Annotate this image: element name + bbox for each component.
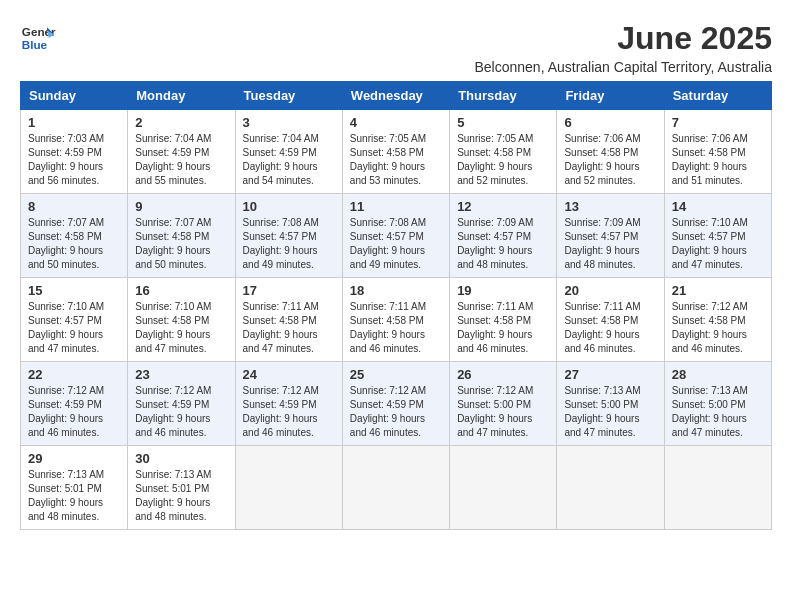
calendar-week-row: 22Sunrise: 7:12 AMSunset: 4:59 PMDayligh… — [21, 362, 772, 446]
day-info: Sunrise: 7:05 AMSunset: 4:58 PMDaylight:… — [350, 132, 442, 188]
calendar-week-row: 8Sunrise: 7:07 AMSunset: 4:58 PMDaylight… — [21, 194, 772, 278]
calendar-day-cell: 8Sunrise: 7:07 AMSunset: 4:58 PMDaylight… — [21, 194, 128, 278]
calendar-day-cell — [557, 446, 664, 530]
day-info: Sunrise: 7:04 AMSunset: 4:59 PMDaylight:… — [135, 132, 227, 188]
day-number: 12 — [457, 199, 549, 214]
day-info: Sunrise: 7:13 AMSunset: 5:00 PMDaylight:… — [564, 384, 656, 440]
day-info: Sunrise: 7:12 AMSunset: 4:59 PMDaylight:… — [28, 384, 120, 440]
calendar-day-cell: 10Sunrise: 7:08 AMSunset: 4:57 PMDayligh… — [235, 194, 342, 278]
weekday-header: Saturday — [664, 82, 771, 110]
title-block: June 2025 Belconnen, Australian Capital … — [474, 20, 772, 75]
calendar-day-cell — [235, 446, 342, 530]
day-number: 3 — [243, 115, 335, 130]
day-info: Sunrise: 7:08 AMSunset: 4:57 PMDaylight:… — [350, 216, 442, 272]
day-number: 14 — [672, 199, 764, 214]
day-number: 15 — [28, 283, 120, 298]
calendar-day-cell: 14Sunrise: 7:10 AMSunset: 4:57 PMDayligh… — [664, 194, 771, 278]
day-number: 10 — [243, 199, 335, 214]
day-number: 18 — [350, 283, 442, 298]
day-info: Sunrise: 7:06 AMSunset: 4:58 PMDaylight:… — [672, 132, 764, 188]
day-number: 9 — [135, 199, 227, 214]
calendar-day-cell: 6Sunrise: 7:06 AMSunset: 4:58 PMDaylight… — [557, 110, 664, 194]
calendar-day-cell: 18Sunrise: 7:11 AMSunset: 4:58 PMDayligh… — [342, 278, 449, 362]
location-title: Belconnen, Australian Capital Territory,… — [474, 59, 772, 75]
calendar-day-cell: 19Sunrise: 7:11 AMSunset: 4:58 PMDayligh… — [450, 278, 557, 362]
day-number: 17 — [243, 283, 335, 298]
day-number: 24 — [243, 367, 335, 382]
day-info: Sunrise: 7:11 AMSunset: 4:58 PMDaylight:… — [564, 300, 656, 356]
calendar-day-cell: 28Sunrise: 7:13 AMSunset: 5:00 PMDayligh… — [664, 362, 771, 446]
day-info: Sunrise: 7:10 AMSunset: 4:58 PMDaylight:… — [135, 300, 227, 356]
calendar-day-cell: 22Sunrise: 7:12 AMSunset: 4:59 PMDayligh… — [21, 362, 128, 446]
day-number: 20 — [564, 283, 656, 298]
day-number: 27 — [564, 367, 656, 382]
weekday-header: Tuesday — [235, 82, 342, 110]
calendar-day-cell: 26Sunrise: 7:12 AMSunset: 5:00 PMDayligh… — [450, 362, 557, 446]
weekday-header: Sunday — [21, 82, 128, 110]
day-info: Sunrise: 7:03 AMSunset: 4:59 PMDaylight:… — [28, 132, 120, 188]
day-info: Sunrise: 7:04 AMSunset: 4:59 PMDaylight:… — [243, 132, 335, 188]
day-number: 22 — [28, 367, 120, 382]
day-number: 11 — [350, 199, 442, 214]
calendar-table: SundayMondayTuesdayWednesdayThursdayFrid… — [20, 81, 772, 530]
day-info: Sunrise: 7:05 AMSunset: 4:58 PMDaylight:… — [457, 132, 549, 188]
day-info: Sunrise: 7:12 AMSunset: 4:58 PMDaylight:… — [672, 300, 764, 356]
day-number: 5 — [457, 115, 549, 130]
calendar-day-cell — [664, 446, 771, 530]
day-info: Sunrise: 7:07 AMSunset: 4:58 PMDaylight:… — [28, 216, 120, 272]
calendar-day-cell: 11Sunrise: 7:08 AMSunset: 4:57 PMDayligh… — [342, 194, 449, 278]
day-number: 2 — [135, 115, 227, 130]
day-number: 6 — [564, 115, 656, 130]
day-info: Sunrise: 7:09 AMSunset: 4:57 PMDaylight:… — [564, 216, 656, 272]
day-number: 29 — [28, 451, 120, 466]
calendar-day-cell: 4Sunrise: 7:05 AMSunset: 4:58 PMDaylight… — [342, 110, 449, 194]
calendar-day-cell: 9Sunrise: 7:07 AMSunset: 4:58 PMDaylight… — [128, 194, 235, 278]
day-info: Sunrise: 7:11 AMSunset: 4:58 PMDaylight:… — [243, 300, 335, 356]
day-info: Sunrise: 7:10 AMSunset: 4:57 PMDaylight:… — [28, 300, 120, 356]
day-number: 16 — [135, 283, 227, 298]
day-number: 21 — [672, 283, 764, 298]
day-info: Sunrise: 7:12 AMSunset: 4:59 PMDaylight:… — [243, 384, 335, 440]
logo-icon: General Blue — [20, 20, 56, 56]
day-info: Sunrise: 7:12 AMSunset: 4:59 PMDaylight:… — [350, 384, 442, 440]
day-info: Sunrise: 7:13 AMSunset: 5:00 PMDaylight:… — [672, 384, 764, 440]
weekday-header-row: SundayMondayTuesdayWednesdayThursdayFrid… — [21, 82, 772, 110]
day-number: 8 — [28, 199, 120, 214]
calendar-day-cell: 24Sunrise: 7:12 AMSunset: 4:59 PMDayligh… — [235, 362, 342, 446]
calendar-day-cell: 5Sunrise: 7:05 AMSunset: 4:58 PMDaylight… — [450, 110, 557, 194]
calendar-day-cell: 12Sunrise: 7:09 AMSunset: 4:57 PMDayligh… — [450, 194, 557, 278]
day-info: Sunrise: 7:11 AMSunset: 4:58 PMDaylight:… — [350, 300, 442, 356]
day-info: Sunrise: 7:07 AMSunset: 4:58 PMDaylight:… — [135, 216, 227, 272]
day-number: 28 — [672, 367, 764, 382]
calendar-day-cell: 20Sunrise: 7:11 AMSunset: 4:58 PMDayligh… — [557, 278, 664, 362]
day-info: Sunrise: 7:06 AMSunset: 4:58 PMDaylight:… — [564, 132, 656, 188]
calendar-week-row: 1Sunrise: 7:03 AMSunset: 4:59 PMDaylight… — [21, 110, 772, 194]
calendar-day-cell: 2Sunrise: 7:04 AMSunset: 4:59 PMDaylight… — [128, 110, 235, 194]
day-info: Sunrise: 7:13 AMSunset: 5:01 PMDaylight:… — [135, 468, 227, 524]
day-number: 1 — [28, 115, 120, 130]
weekday-header: Wednesday — [342, 82, 449, 110]
calendar-day-cell: 3Sunrise: 7:04 AMSunset: 4:59 PMDaylight… — [235, 110, 342, 194]
calendar-day-cell: 15Sunrise: 7:10 AMSunset: 4:57 PMDayligh… — [21, 278, 128, 362]
weekday-header: Monday — [128, 82, 235, 110]
day-info: Sunrise: 7:12 AMSunset: 4:59 PMDaylight:… — [135, 384, 227, 440]
weekday-header: Friday — [557, 82, 664, 110]
day-number: 13 — [564, 199, 656, 214]
logo: General Blue — [20, 20, 56, 56]
day-number: 4 — [350, 115, 442, 130]
calendar-week-row: 15Sunrise: 7:10 AMSunset: 4:57 PMDayligh… — [21, 278, 772, 362]
day-info: Sunrise: 7:11 AMSunset: 4:58 PMDaylight:… — [457, 300, 549, 356]
calendar-day-cell: 17Sunrise: 7:11 AMSunset: 4:58 PMDayligh… — [235, 278, 342, 362]
svg-text:Blue: Blue — [22, 38, 48, 51]
calendar-day-cell: 16Sunrise: 7:10 AMSunset: 4:58 PMDayligh… — [128, 278, 235, 362]
day-number: 26 — [457, 367, 549, 382]
day-number: 7 — [672, 115, 764, 130]
calendar-day-cell: 7Sunrise: 7:06 AMSunset: 4:58 PMDaylight… — [664, 110, 771, 194]
day-number: 25 — [350, 367, 442, 382]
calendar-day-cell — [342, 446, 449, 530]
calendar-day-cell: 21Sunrise: 7:12 AMSunset: 4:58 PMDayligh… — [664, 278, 771, 362]
weekday-header: Thursday — [450, 82, 557, 110]
calendar-day-cell: 23Sunrise: 7:12 AMSunset: 4:59 PMDayligh… — [128, 362, 235, 446]
calendar-day-cell: 29Sunrise: 7:13 AMSunset: 5:01 PMDayligh… — [21, 446, 128, 530]
day-number: 30 — [135, 451, 227, 466]
